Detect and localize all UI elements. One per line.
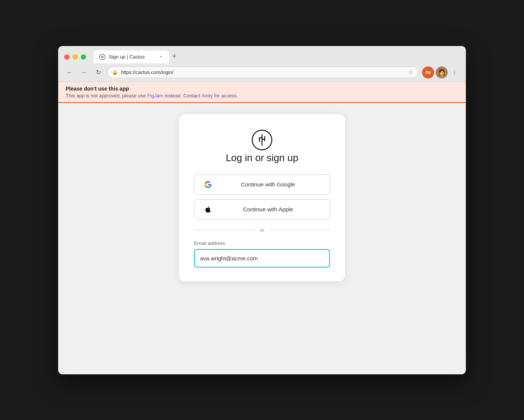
back-button[interactable]: ← xyxy=(64,67,75,78)
warning-text-middle: instead. Contact xyxy=(163,93,202,98)
apple-icon xyxy=(203,205,213,214)
tab-bar: Sign up | Cactus × + xyxy=(94,51,460,63)
andy-link[interactable]: Andy xyxy=(202,93,213,98)
warning-title: Please don't use this app xyxy=(66,86,458,92)
page-content: Log in or sign up Continue with Google xyxy=(58,103,466,374)
bookmark-icon[interactable]: ☆ xyxy=(408,69,413,76)
title-bar: Sign up | Cactus × + xyxy=(58,46,466,63)
new-tab-button[interactable]: + xyxy=(169,51,180,62)
cactus-logo xyxy=(251,129,273,152)
user-avatar[interactable]: 👩 xyxy=(436,66,448,78)
warning-text: This app is not approved, please use Fig… xyxy=(66,93,458,98)
login-title: Log in or sign up xyxy=(226,152,298,164)
maximize-button[interactable] xyxy=(81,54,86,60)
apple-btn-label: Continue with Apple xyxy=(213,206,324,212)
forward-button[interactable]: → xyxy=(79,67,89,78)
email-label: Email address xyxy=(194,240,330,246)
browser-actions: //o 👩 ⋮ xyxy=(422,66,460,78)
browser-window: Sign up | Cactus × + ← → ↻ 🔒 https://cac… xyxy=(58,46,466,374)
lock-icon: 🔒 xyxy=(112,70,118,75)
action-badge[interactable]: //o xyxy=(422,66,434,78)
divider-row: or xyxy=(194,227,330,233)
minimize-button[interactable] xyxy=(72,54,78,60)
url-text: https://cactus.com/login/ xyxy=(121,69,405,75)
active-tab[interactable]: Sign up | Cactus × xyxy=(94,51,169,63)
apple-login-button[interactable]: Continue with Apple xyxy=(194,199,330,220)
more-button[interactable]: ⋮ xyxy=(449,67,460,78)
figjam-link[interactable]: FigJam xyxy=(147,93,163,98)
google-icon xyxy=(203,180,213,189)
address-bar[interactable]: 🔒 https://cactus.com/login/ ☆ xyxy=(107,66,418,78)
divider-text: or xyxy=(260,227,264,233)
login-card: Log in or sign up Continue with Google xyxy=(179,114,345,281)
warning-banner: Please don't use this app This app is no… xyxy=(58,82,466,103)
traffic-lights xyxy=(64,54,86,60)
tab-close-button[interactable]: × xyxy=(158,54,164,60)
close-button[interactable] xyxy=(64,54,69,60)
address-bar-row: ← → ↻ 🔒 https://cactus.com/login/ ☆ //o … xyxy=(58,63,466,82)
warning-text-before: This app is not approved, please use xyxy=(66,93,147,98)
divider-line-right xyxy=(269,230,330,230)
tab-title: Sign up | Cactus xyxy=(109,54,145,60)
divider-line-left xyxy=(194,230,255,230)
email-input[interactable] xyxy=(194,249,330,268)
tab-favicon xyxy=(99,54,106,60)
google-btn-label: Continue with Google xyxy=(213,181,324,188)
warning-text-after: for access. xyxy=(213,93,238,98)
refresh-button[interactable]: ↻ xyxy=(93,67,103,78)
google-login-button[interactable]: Continue with Google xyxy=(194,174,330,195)
